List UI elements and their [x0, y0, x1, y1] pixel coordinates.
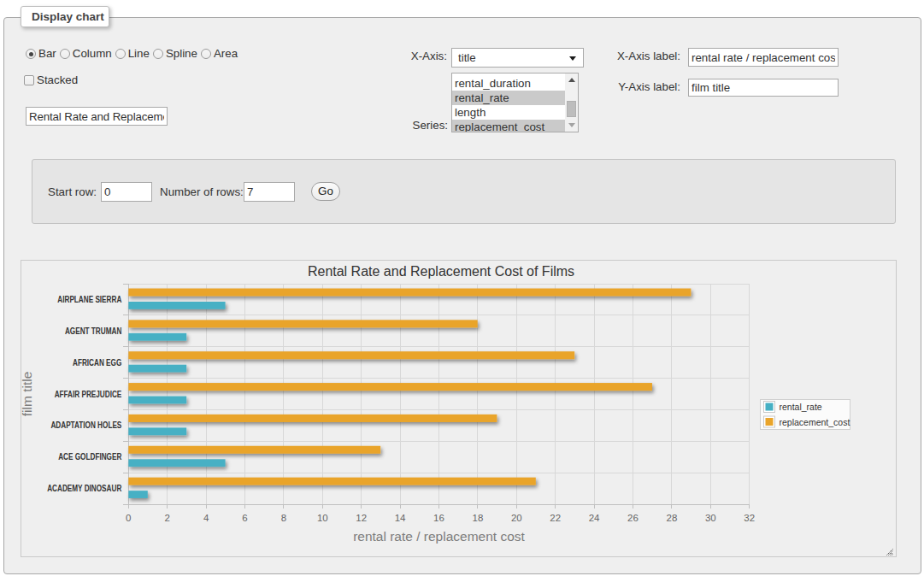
svg-text:14: 14	[395, 513, 406, 523]
svg-text:ACE GOLDFINGER: ACE GOLDFINGER	[58, 452, 121, 461]
svg-text:rental_rate: rental_rate	[780, 402, 822, 412]
svg-text:AFFAIR PREJUDICE: AFFAIR PREJUDICE	[55, 390, 122, 399]
svg-text:film title: film title	[21, 372, 34, 417]
svg-text:10: 10	[317, 513, 328, 523]
svg-text:ACADEMY DINOSAUR: ACADEMY DINOSAUR	[47, 484, 122, 493]
svg-text:12: 12	[356, 513, 367, 523]
svg-text:32: 32	[744, 513, 755, 523]
svg-text:AFRICAN EGG: AFRICAN EGG	[73, 358, 121, 367]
svg-text:rental rate / replacement cost: rental rate / replacement cost	[353, 529, 525, 544]
svg-text:replacement_cost: replacement_cost	[780, 417, 850, 427]
svg-text:28: 28	[667, 513, 678, 523]
svg-text:6: 6	[242, 513, 247, 523]
svg-text:30: 30	[705, 513, 716, 523]
svg-text:0: 0	[126, 513, 131, 523]
svg-text:26: 26	[627, 513, 639, 523]
svg-text:ADAPTATION HOLES: ADAPTATION HOLES	[50, 421, 121, 431]
svg-text:AIRPLANE SIERRA: AIRPLANE SIERRA	[57, 295, 121, 304]
svg-text:2: 2	[164, 513, 169, 523]
svg-text:24: 24	[589, 513, 600, 523]
svg-text:Rental Rate and Replacement Co: Rental Rate and Replacement Cost of Film…	[308, 264, 574, 279]
svg-text:20: 20	[511, 513, 522, 523]
svg-text:18: 18	[473, 513, 484, 523]
svg-text:AGENT TRUMAN: AGENT TRUMAN	[65, 326, 121, 336]
svg-text:22: 22	[550, 513, 561, 523]
svg-text:16: 16	[433, 513, 444, 523]
svg-text:8: 8	[281, 513, 286, 523]
svg-text:4: 4	[203, 513, 209, 523]
